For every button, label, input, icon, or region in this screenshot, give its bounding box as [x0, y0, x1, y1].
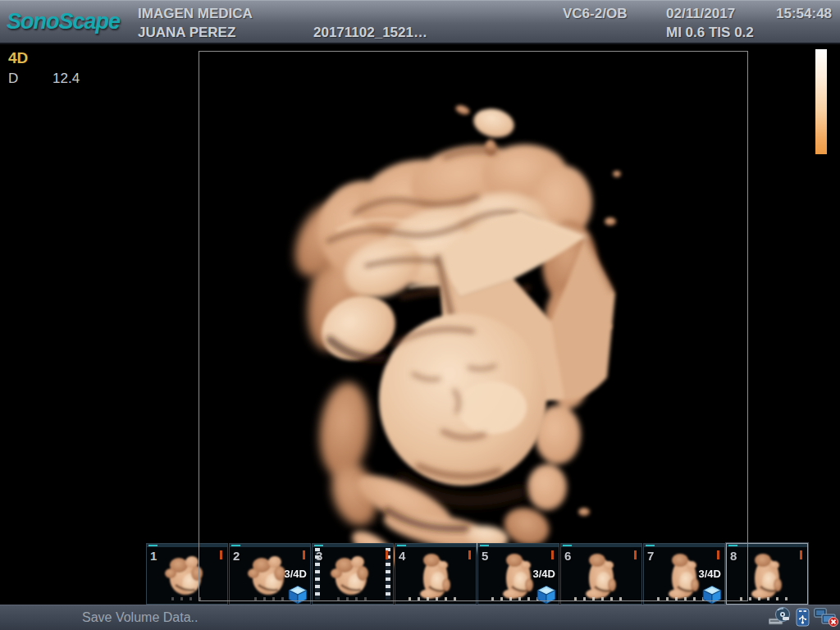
cine-mark-icon — [480, 545, 489, 546]
thumbnail-badge: 3/4D — [682, 568, 724, 604]
thumbnail-topbar — [395, 544, 476, 547]
study-id: 20171102_1521… — [313, 25, 427, 41]
cube-3d-icon — [287, 584, 308, 605]
thumbnail-topbar — [727, 544, 807, 547]
thumbnail-topbar — [561, 544, 641, 547]
thumbnail-strip: 1 2 3/4D — [146, 543, 809, 605]
thumbnail-topbar — [644, 544, 724, 547]
thumbnail-topbar — [478, 544, 559, 547]
thumbnail-badge: 3/4D — [267, 568, 310, 604]
thumbnail[interactable]: 4 — [395, 543, 477, 605]
status-bar: Save Volume Data.. — [0, 605, 840, 630]
thumbnail-number: 1 — [150, 549, 157, 563]
cine-mark-icon — [397, 545, 406, 546]
badge-label: 3/4D — [533, 568, 555, 580]
orange-tick-icon — [800, 550, 802, 559]
thumbnail-render — [313, 549, 391, 600]
badge-label: 3/4D — [699, 568, 721, 580]
fetus-3d-render — [199, 51, 748, 601]
cine-mark-icon — [646, 545, 655, 546]
cube-3d-icon — [536, 584, 557, 605]
cine-mark-icon — [148, 545, 158, 546]
cube-3d-icon — [701, 584, 723, 605]
probe-preset: VC6-2/OB — [563, 6, 627, 22]
thumbnail[interactable]: 8 — [726, 543, 808, 605]
thumbnail-scale-marks — [171, 597, 203, 600]
thumbnail-number: 8 — [730, 549, 737, 563]
exam-time: 15:54:48 — [776, 6, 832, 22]
thumbnail-number: 3 — [316, 549, 322, 563]
mi-tis-values: MI 0.6 TIS 0.2 — [666, 25, 754, 41]
depth-label: D — [8, 71, 18, 87]
thumbnail-number: 2 — [233, 549, 240, 563]
orange-tick-icon — [717, 550, 719, 559]
thumbnail-number: 6 — [564, 549, 571, 563]
orange-tick-icon — [303, 550, 305, 559]
institution-name: IMAGEN MEDICA — [138, 6, 253, 22]
sonoscape-logo: SonoScape — [7, 9, 120, 34]
mode-label: 4D — [8, 49, 28, 67]
thumbnail-scale-marks — [574, 597, 628, 600]
render-area[interactable] — [199, 51, 748, 601]
badge-label: 3/4D — [285, 568, 307, 580]
cine-mark-icon — [563, 545, 572, 546]
thumbnail-topbar — [313, 544, 393, 547]
orange-tick-icon — [468, 550, 471, 559]
thumbnail[interactable]: 6 — [560, 543, 642, 605]
cine-mark-icon — [231, 545, 240, 546]
cine-mark-icon — [728, 545, 737, 546]
thumbnail-scale-marks — [409, 597, 463, 600]
thumbnail-render — [728, 549, 806, 600]
ultrasound-screen: SonoScape IMAGEN MEDICA JUANA PEREZ 2017… — [0, 0, 840, 630]
thumbnail[interactable]: 7 3/4D — [643, 543, 725, 605]
thumbnail-scale-marks — [337, 597, 368, 600]
depth-value: 12.4 — [52, 71, 80, 87]
thumbnail[interactable]: 1 — [146, 543, 228, 605]
orange-tick-icon — [551, 550, 554, 559]
header-bar: SonoScape IMAGEN MEDICA JUANA PEREZ 2017… — [0, 0, 840, 44]
render-colormap-bar — [815, 49, 827, 154]
thumbnail-render — [396, 549, 474, 600]
thumbnail-render — [148, 549, 226, 600]
patient-name: JUANA PEREZ — [138, 25, 235, 41]
orange-tick-icon — [634, 550, 637, 559]
thumbnail-topbar — [230, 544, 310, 547]
thumbnail-number: 7 — [647, 549, 654, 563]
thumbnail[interactable]: 3 — [312, 543, 394, 605]
status-message: Save Volume Data.. — [82, 605, 198, 630]
thumbnail-render — [562, 549, 640, 600]
thumbnail-badge: 3/4D — [516, 568, 559, 604]
usb-icon[interactable] — [796, 608, 810, 627]
exam-date: 02/11/2017 — [666, 6, 735, 22]
thumbnail-topbar — [147, 544, 227, 547]
thumbnail-scale-marks — [740, 597, 794, 600]
orange-tick-icon — [386, 550, 388, 559]
status-icons — [769, 607, 838, 627]
thumbnail-number: 4 — [399, 549, 405, 563]
thumbnail[interactable]: 2 3/4D — [229, 543, 311, 605]
network-error-icon[interactable] — [814, 608, 838, 627]
cine-mark-icon — [314, 545, 323, 546]
orange-tick-icon — [220, 550, 222, 559]
thumbnail[interactable]: 5 3/4D — [477, 543, 559, 605]
cd-drive-icon[interactable] — [769, 607, 792, 627]
thumbnail-number: 5 — [482, 549, 488, 563]
